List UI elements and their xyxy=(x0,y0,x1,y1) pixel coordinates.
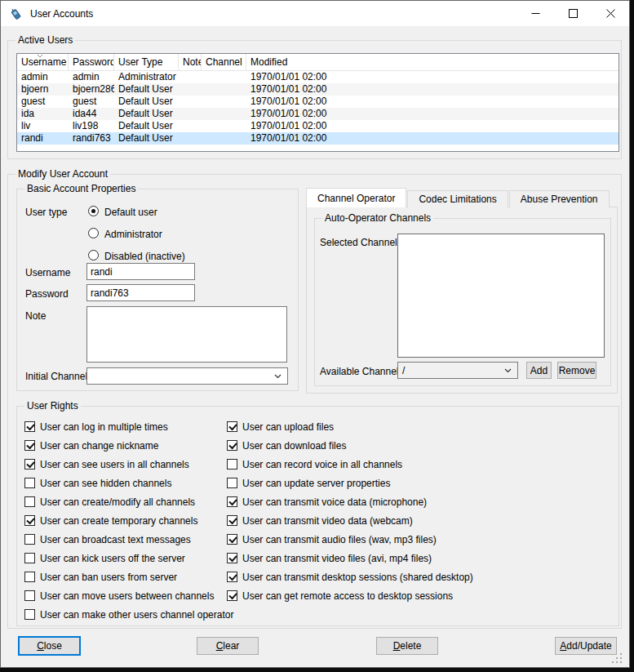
initial-channel-label: Initial Channel xyxy=(25,371,87,382)
checkbox-label: User can kick users off the server xyxy=(40,553,185,564)
note-textarea[interactable] xyxy=(86,306,287,363)
available-channels-combobox[interactable]: / xyxy=(397,362,518,379)
column-header-user-type[interactable]: User Type xyxy=(114,54,179,70)
checkbox[interactable] xyxy=(227,421,237,432)
checkbox-label: User can see hidden channels xyxy=(40,478,171,489)
checkbox[interactable] xyxy=(227,478,237,488)
checkbox[interactable] xyxy=(227,590,237,601)
checkbox[interactable] xyxy=(24,572,35,582)
tab-abuse-prevention[interactable]: Abuse Prevention xyxy=(509,190,610,207)
note-label: Note xyxy=(25,310,46,322)
tab-channel-operator[interactable]: Channel Operator xyxy=(306,188,406,207)
checkbox[interactable] xyxy=(24,496,35,507)
remove-button[interactable]: Remove xyxy=(557,362,596,379)
available-channels-value: / xyxy=(402,365,405,376)
selected-channels-listbox[interactable] xyxy=(397,234,605,358)
close-icon xyxy=(606,9,615,18)
clear-button[interactable]: Clear xyxy=(197,637,259,655)
cell-username: liv xyxy=(17,120,69,132)
cell-modified: 1970/01/01 02:00 xyxy=(246,71,618,83)
table-row[interactable]: liv liv198 Default User 1970/01/01 02:00 xyxy=(17,120,618,132)
active-users-table[interactable]: Username Password User Type Note Channel… xyxy=(16,53,619,152)
checkbox-label: User can transmit desktop sessions (shar… xyxy=(242,572,473,583)
maximize-icon xyxy=(569,9,578,18)
tab-codec-limitations[interactable]: Codec Limitations xyxy=(407,190,508,207)
cell-user-type: Administrator xyxy=(114,71,179,83)
checkbox-label: User can make other users channel operat… xyxy=(40,609,233,621)
cell-note xyxy=(179,83,202,96)
checkbox[interactable] xyxy=(227,496,237,507)
checkbox[interactable] xyxy=(227,440,237,451)
cell-password: randi763 xyxy=(69,132,114,145)
available-channels-label: Available Channels xyxy=(320,366,404,377)
cell-password: guest xyxy=(69,96,114,108)
chevron-down-icon xyxy=(504,368,512,373)
resize-grip[interactable] xyxy=(611,652,622,663)
checkbox[interactable] xyxy=(24,440,35,451)
cell-username: ida xyxy=(17,108,69,120)
active-users-group-label: Active Users xyxy=(16,34,75,47)
radio-disabled[interactable] xyxy=(88,250,99,260)
cell-modified: 1970/01/01 02:00 xyxy=(246,120,618,132)
title-bar[interactable]: User Accounts xyxy=(1,1,629,26)
cell-note xyxy=(179,132,202,145)
close-button[interactable] xyxy=(592,1,629,26)
table-row[interactable]: bjoern bjoern286 Default User 1970/01/01… xyxy=(17,83,618,96)
checkbox-label: User can transmit audio files (wav, mp3 … xyxy=(242,534,437,545)
add-button[interactable]: Add xyxy=(526,362,552,379)
maximize-button[interactable] xyxy=(554,1,592,26)
checkbox[interactable] xyxy=(227,515,237,526)
cell-username: bjoern xyxy=(17,83,69,96)
cell-username: admin xyxy=(17,71,69,83)
radio-disabled-label[interactable]: Disabled (inactive) xyxy=(104,251,185,262)
cell-password: admin xyxy=(69,71,114,83)
radio-default-user-label[interactable]: Default user xyxy=(104,207,157,218)
add-update-button[interactable]: Add/Update xyxy=(555,637,617,655)
checkbox[interactable] xyxy=(227,534,237,545)
checkbox[interactable] xyxy=(24,421,35,432)
checkbox[interactable] xyxy=(24,534,35,545)
radio-administrator[interactable] xyxy=(88,228,99,238)
checkbox[interactable] xyxy=(24,515,35,526)
table-row[interactable]: guest guest Default User 1970/01/01 02:0… xyxy=(17,96,618,108)
cell-password: bjoern286 xyxy=(69,83,114,96)
minimize-button[interactable] xyxy=(517,1,554,26)
checkbox-label: User can create temporary channels xyxy=(40,515,197,527)
delete-button[interactable]: Delete xyxy=(376,637,438,655)
close-dialog-button[interactable]: Close xyxy=(18,636,81,656)
table-row-selected[interactable]: randi randi763 Default User 1970/01/01 0… xyxy=(17,132,618,145)
table-row[interactable]: ida ida44 Default User 1970/01/01 02:00 xyxy=(17,108,618,120)
cell-channel xyxy=(202,83,246,96)
checkbox[interactable] xyxy=(227,572,237,582)
password-input[interactable] xyxy=(86,284,195,301)
checkbox[interactable] xyxy=(24,459,35,470)
cell-note xyxy=(179,96,202,108)
initial-channel-combobox[interactable] xyxy=(86,367,288,385)
modify-user-account-group-label: Modify User Account xyxy=(16,168,110,180)
checkbox[interactable] xyxy=(24,590,35,601)
checkbox[interactable] xyxy=(227,553,237,563)
checkbox[interactable] xyxy=(24,553,35,563)
column-header-modified[interactable]: Modified xyxy=(246,54,618,70)
table-row[interactable]: admin admin Administrator 1970/01/01 02:… xyxy=(17,71,618,83)
radio-administrator-label[interactable]: Administrator xyxy=(104,229,162,240)
checkbox-label: User can update server properties xyxy=(242,478,390,489)
password-label: Password xyxy=(25,288,69,300)
table-header: Username Password User Type Note Channel… xyxy=(17,54,618,71)
cell-modified: 1970/01/01 02:00 xyxy=(246,108,618,120)
cell-user-type: Default User xyxy=(114,132,179,145)
checkbox[interactable] xyxy=(24,478,35,488)
username-label: Username xyxy=(25,267,70,278)
column-header-note[interactable]: Note xyxy=(179,54,202,70)
checkbox[interactable] xyxy=(24,609,35,620)
column-header-password[interactable]: Password xyxy=(69,54,114,70)
cell-modified: 1970/01/01 02:00 xyxy=(246,96,618,108)
column-header-channel[interactable]: Channel xyxy=(202,54,246,70)
username-input[interactable] xyxy=(86,263,195,280)
checkbox[interactable] xyxy=(227,459,237,470)
cell-channel xyxy=(202,71,246,83)
checkbox-label: User can ban users from server xyxy=(40,572,177,583)
checkbox-label: User can record voice in all channels xyxy=(242,459,402,470)
checkbox-label: User can get remote access to desktop se… xyxy=(242,590,453,602)
radio-default-user[interactable] xyxy=(88,206,99,216)
